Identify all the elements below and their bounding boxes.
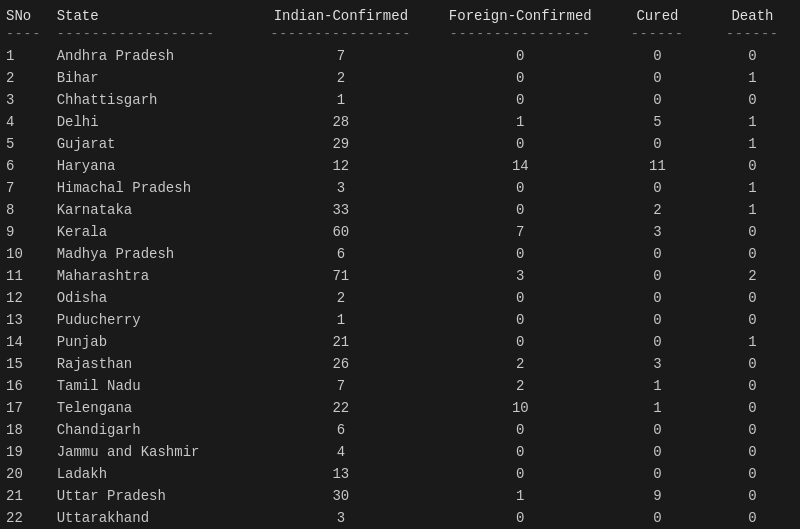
cell-indian-confirmed: 33 bbox=[251, 199, 430, 221]
cell-foreign-confirmed: 7 bbox=[431, 221, 610, 243]
table-row: 9Kerala60730 bbox=[0, 221, 800, 243]
cell-cured: 0 bbox=[610, 133, 705, 155]
cell-state: Kerala bbox=[51, 221, 252, 243]
cell-death: 1 bbox=[705, 111, 800, 133]
cell-state: Tamil Nadu bbox=[51, 375, 252, 397]
divider-sno: ---- bbox=[0, 26, 51, 45]
cell-state: Punjab bbox=[51, 331, 252, 353]
cell-sno: 2 bbox=[0, 67, 51, 89]
cell-sno: 6 bbox=[0, 155, 51, 177]
table-row: 13Puducherry1000 bbox=[0, 309, 800, 331]
cell-cured: 0 bbox=[610, 507, 705, 529]
cell-foreign-confirmed: 0 bbox=[431, 287, 610, 309]
cell-death: 0 bbox=[705, 507, 800, 529]
cell-foreign-confirmed: 0 bbox=[431, 89, 610, 111]
cell-sno: 9 bbox=[0, 221, 51, 243]
cell-cured: 9 bbox=[610, 485, 705, 507]
cell-death: 1 bbox=[705, 67, 800, 89]
header-state: State bbox=[51, 0, 252, 26]
cell-death: 2 bbox=[705, 265, 800, 287]
cell-indian-confirmed: 28 bbox=[251, 111, 430, 133]
cell-death: 1 bbox=[705, 133, 800, 155]
table-row: 20Ladakh13000 bbox=[0, 463, 800, 485]
table-row: 22Uttarakhand3000 bbox=[0, 507, 800, 529]
header-sno: SNo bbox=[0, 0, 51, 26]
cell-cured: 3 bbox=[610, 221, 705, 243]
cell-state: Telengana bbox=[51, 397, 252, 419]
cell-sno: 14 bbox=[0, 331, 51, 353]
cell-death: 0 bbox=[705, 243, 800, 265]
cell-sno: 8 bbox=[0, 199, 51, 221]
cell-state: Karnataka bbox=[51, 199, 252, 221]
cell-state: Gujarat bbox=[51, 133, 252, 155]
cell-state: Uttarakhand bbox=[51, 507, 252, 529]
cell-foreign-confirmed: 0 bbox=[431, 177, 610, 199]
cell-cured: 0 bbox=[610, 265, 705, 287]
cell-foreign-confirmed: 10 bbox=[431, 397, 610, 419]
cell-state: Haryana bbox=[51, 155, 252, 177]
header-foreign-confirmed: Foreign-Confirmed bbox=[431, 0, 610, 26]
cell-indian-confirmed: 21 bbox=[251, 331, 430, 353]
cell-sno: 16 bbox=[0, 375, 51, 397]
cell-sno: 11 bbox=[0, 265, 51, 287]
table-row: 7Himachal Pradesh3001 bbox=[0, 177, 800, 199]
header-cured: Cured bbox=[610, 0, 705, 26]
cell-death: 0 bbox=[705, 463, 800, 485]
cell-indian-confirmed: 30 bbox=[251, 485, 430, 507]
cell-indian-confirmed: 13 bbox=[251, 463, 430, 485]
cell-sno: 12 bbox=[0, 287, 51, 309]
divider-foreign: ---------------- bbox=[431, 26, 610, 45]
cell-state: Maharashtra bbox=[51, 265, 252, 287]
cell-death: 1 bbox=[705, 331, 800, 353]
cell-cured: 1 bbox=[610, 375, 705, 397]
divider-death: ------ bbox=[705, 26, 800, 45]
cell-death: 0 bbox=[705, 89, 800, 111]
cell-indian-confirmed: 60 bbox=[251, 221, 430, 243]
cell-death: 0 bbox=[705, 155, 800, 177]
table-row: 16Tamil Nadu7210 bbox=[0, 375, 800, 397]
cell-death: 0 bbox=[705, 441, 800, 463]
cell-death: 0 bbox=[705, 287, 800, 309]
table-row: 21Uttar Pradesh30190 bbox=[0, 485, 800, 507]
cell-sno: 1 bbox=[0, 45, 51, 67]
cell-state: Madhya Pradesh bbox=[51, 243, 252, 265]
cell-sno: 22 bbox=[0, 507, 51, 529]
table-row: 18Chandigarh6000 bbox=[0, 419, 800, 441]
cell-death: 0 bbox=[705, 375, 800, 397]
cell-state: Puducherry bbox=[51, 309, 252, 331]
cell-death: 0 bbox=[705, 419, 800, 441]
cell-sno: 15 bbox=[0, 353, 51, 375]
divider-cured: ------ bbox=[610, 26, 705, 45]
cell-cured: 2 bbox=[610, 199, 705, 221]
cell-state: Rajasthan bbox=[51, 353, 252, 375]
cell-foreign-confirmed: 0 bbox=[431, 441, 610, 463]
cell-indian-confirmed: 26 bbox=[251, 353, 430, 375]
cell-sno: 19 bbox=[0, 441, 51, 463]
table-row: 5Gujarat29001 bbox=[0, 133, 800, 155]
cell-cured: 1 bbox=[610, 397, 705, 419]
cell-cured: 0 bbox=[610, 89, 705, 111]
header-indian-confirmed: Indian-Confirmed bbox=[251, 0, 430, 26]
cell-cured: 0 bbox=[610, 309, 705, 331]
cell-cured: 0 bbox=[610, 441, 705, 463]
cell-foreign-confirmed: 0 bbox=[431, 243, 610, 265]
cell-death: 0 bbox=[705, 45, 800, 67]
cell-sno: 7 bbox=[0, 177, 51, 199]
cell-death: 1 bbox=[705, 177, 800, 199]
table-row: 6Haryana1214110 bbox=[0, 155, 800, 177]
cell-foreign-confirmed: 2 bbox=[431, 353, 610, 375]
cell-foreign-confirmed: 0 bbox=[431, 67, 610, 89]
cell-indian-confirmed: 29 bbox=[251, 133, 430, 155]
cell-state: Ladakh bbox=[51, 463, 252, 485]
cell-indian-confirmed: 7 bbox=[251, 45, 430, 67]
cell-indian-confirmed: 2 bbox=[251, 67, 430, 89]
cell-death: 0 bbox=[705, 397, 800, 419]
cell-indian-confirmed: 7 bbox=[251, 375, 430, 397]
cell-cured: 0 bbox=[610, 419, 705, 441]
cell-cured: 11 bbox=[610, 155, 705, 177]
cell-death: 0 bbox=[705, 309, 800, 331]
cell-foreign-confirmed: 0 bbox=[431, 309, 610, 331]
table-row: 10Madhya Pradesh6000 bbox=[0, 243, 800, 265]
cell-indian-confirmed: 2 bbox=[251, 287, 430, 309]
cell-indian-confirmed: 12 bbox=[251, 155, 430, 177]
